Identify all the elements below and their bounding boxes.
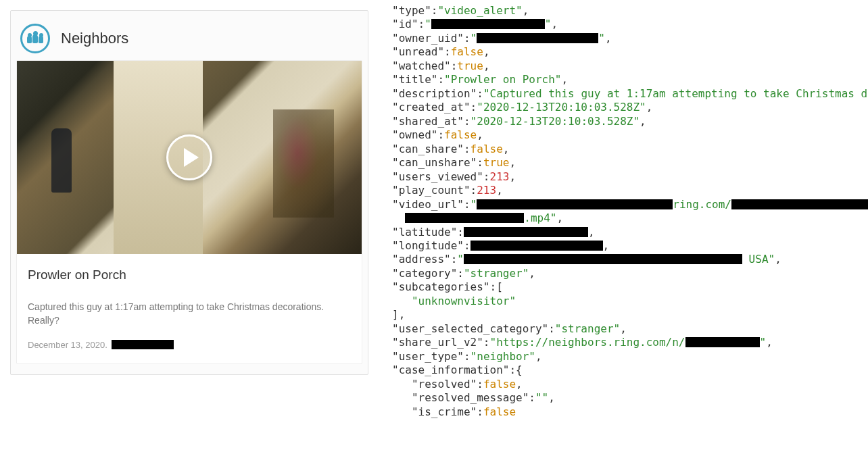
- card-header: Neighbors: [16, 21, 362, 60]
- neighbors-panel: Neighbors Prowler on Porch Captured this…: [0, 0, 379, 452]
- redacted-latitude: [464, 227, 588, 237]
- neighbors-card: Neighbors Prowler on Porch Captured this…: [10, 10, 368, 375]
- redacted-id: [431, 19, 545, 29]
- post-body: Prowler on Porch Captured this guy at 1:…: [17, 254, 362, 363]
- redacted-owner-uid: [477, 33, 598, 43]
- post-title: Prowler on Porch: [28, 268, 351, 282]
- redacted-video-url-1: [477, 199, 673, 209]
- neighbors-logo-icon: [20, 24, 50, 53]
- video-thumbnail[interactable]: [17, 61, 362, 254]
- redacted-longitude: [471, 241, 603, 251]
- redacted-video-url-2: [731, 199, 868, 209]
- play-icon: [184, 148, 199, 167]
- redacted-author: [112, 340, 174, 349]
- scene-overlay: [273, 109, 334, 218]
- post-card: Prowler on Porch Captured this guy at 1:…: [16, 60, 362, 364]
- post-date: December 13, 2020.: [28, 340, 107, 350]
- panel-title: Neighbors: [61, 30, 128, 47]
- post-meta: December 13, 2020.: [28, 340, 351, 350]
- redacted-address: [464, 254, 742, 264]
- redacted-share-url: [685, 337, 760, 347]
- json-panel: "type":"video_alert", "id":"", "owner_ui…: [379, 0, 868, 452]
- redacted-video-url-3: [405, 213, 524, 223]
- play-button[interactable]: [166, 134, 212, 180]
- post-description: Captured this guy at 1:17am attempting t…: [28, 300, 351, 328]
